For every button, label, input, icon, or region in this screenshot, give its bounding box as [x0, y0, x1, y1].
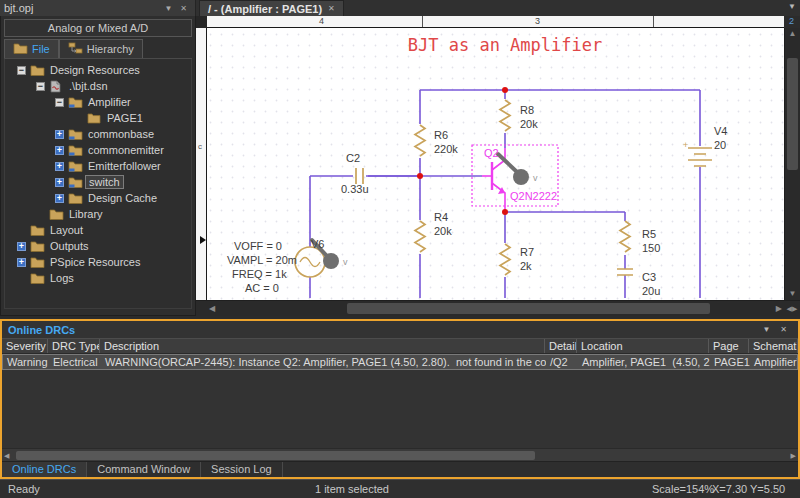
tree-item-outputs[interactable]: +Outputs — [5, 238, 191, 254]
folder-icon — [30, 240, 46, 252]
status-ready: Ready — [8, 483, 40, 495]
bottom-tab-online-drcs[interactable]: Online DRCs — [2, 462, 87, 477]
tree-item-label: switch — [85, 175, 124, 189]
tree-item-label: Design Cache — [88, 192, 157, 204]
drc-cell: Amplifier\ — [750, 355, 797, 369]
hscroll-thumb[interactable] — [347, 303, 710, 314]
ruler-position-marker — [200, 236, 206, 244]
vertical-scrollbar[interactable]: ▲ ▼ — [784, 28, 800, 300]
v4-val: 20 — [714, 139, 726, 151]
tree-item-page1[interactable]: PAGE1 — [5, 110, 191, 126]
schematic-page[interactable]: BJT as an AmplifierR6220kR820kC20.33uR42… — [207, 28, 784, 300]
probe2-label: v — [343, 257, 348, 267]
collapse-icon[interactable]: − — [36, 82, 45, 91]
drc-cell: /Q2 — [546, 355, 578, 369]
tree-item-design-cache[interactable]: +Design Cache — [5, 190, 191, 206]
scroll-up-icon[interactable]: ▲ — [789, 28, 797, 40]
expand-icon[interactable]: + — [17, 258, 26, 267]
tree-item-commonemitter[interactable]: +commonemitter — [5, 142, 191, 158]
drc-col-description[interactable]: Description — [100, 339, 545, 353]
tab-amplifier-page1[interactable]: / - (Amplifier : PAGE1) ✕ — [199, 0, 344, 16]
drc-warning-row[interactable]: WarningElectricalWARNING(ORCAP-2445): In… — [2, 354, 798, 370]
folder-icon — [30, 64, 46, 76]
drc-col-severity[interactable]: Severity — [2, 339, 48, 353]
drc-close-icon[interactable]: ✕ — [775, 325, 792, 334]
schfolder-icon — [68, 128, 84, 140]
tree-item-design-resources[interactable]: −Design Resources — [5, 62, 191, 78]
project-panel-tabs: FileHierarchy — [4, 39, 192, 59]
doc-tab-label: / - (Amplifier : PAGE1) — [208, 3, 322, 15]
tree-item-layout[interactable]: Layout — [5, 222, 191, 238]
project-window-titlebar[interactable]: bjt.opj ▼ ✕ — [0, 0, 196, 16]
tree-item-emitterfollower[interactable]: +Emitterfollower — [5, 158, 191, 174]
tree-item-label: commonbase — [88, 128, 154, 140]
v6-ac: AC = 0 — [245, 282, 279, 294]
v6-freq: FREQ = 1k — [232, 268, 287, 280]
scroll-down-icon[interactable]: ▼ — [789, 288, 797, 300]
scroll-left-icon[interactable]: ◀ — [209, 301, 215, 317]
tabstrip-menu-icon[interactable]: ▼ — [788, 2, 796, 11]
drc-collapse-icon[interactable]: ▼ — [757, 325, 775, 334]
bottom-tab-session-log[interactable]: Session Log — [201, 462, 283, 477]
scroll-right-icon[interactable]: ▶ — [776, 301, 782, 317]
horizontal-scrollbar[interactable]: ◀ ▶ — [207, 301, 784, 316]
drc-panel-title: Online DRCs — [8, 324, 757, 336]
c2-val: 0.33u — [341, 183, 369, 195]
v6-ref: V6 — [311, 238, 324, 250]
project-tree: −Design Resources−.\bjt.dsn−AmplifierPAG… — [4, 59, 192, 309]
status-selection: 1 item selected — [315, 483, 389, 495]
drc-scroll-thumb[interactable] — [16, 451, 535, 460]
expand-icon[interactable]: + — [55, 162, 64, 171]
folder-icon — [30, 256, 46, 268]
drc-col-schematic[interactable]: Schematic — [749, 339, 798, 353]
collapse-icon[interactable]: − — [55, 98, 64, 107]
expand-icon[interactable]: + — [55, 146, 64, 155]
panel-tab-file[interactable]: File — [4, 39, 59, 58]
pan-corner-icons[interactable]: ◀▶ — [784, 301, 800, 316]
c2-ref: C2 — [346, 152, 360, 164]
project-close-icon[interactable]: ✕ — [176, 4, 191, 13]
v6-voff: VOFF = 0 — [234, 240, 282, 252]
analysis-mode-header: Analog or Mixed A/D — [4, 19, 192, 37]
drc-scrollbar[interactable]: ◀ ▶ — [2, 448, 798, 461]
doc-tab-close-icon[interactable]: ✕ — [328, 4, 335, 13]
expand-icon[interactable]: + — [55, 194, 64, 203]
r4-val: 20k — [434, 225, 452, 237]
project-minimize-icon[interactable]: ▼ — [160, 4, 176, 13]
drc-col-detail[interactable]: Detail — [545, 339, 577, 353]
schfolder-icon — [68, 144, 84, 156]
tree-item--bjt-dsn[interactable]: −.\bjt.dsn — [5, 78, 191, 94]
tree-item-pspice-resources[interactable]: +PSpice Resources — [5, 254, 191, 270]
tree-item-commonbase[interactable]: +commonbase — [5, 126, 191, 142]
tree-item-amplifier[interactable]: −Amplifier — [5, 94, 191, 110]
tree-item-library[interactable]: Library — [5, 206, 191, 222]
ruler-letter: c — [198, 142, 202, 151]
panel-tab-hierarchy[interactable]: Hierarchy — [59, 39, 143, 58]
collapse-icon[interactable]: − — [17, 66, 26, 75]
drc-scroll-left-icon[interactable]: ◀ — [4, 449, 9, 462]
v4-ref: V4 — [714, 125, 727, 137]
tree-item-switch[interactable]: +switch — [5, 174, 191, 190]
expand-icon[interactable]: + — [55, 130, 64, 139]
expand-icon[interactable]: + — [17, 242, 26, 251]
probe1-label: v — [533, 173, 538, 183]
tree-item-label: Emitterfollower — [88, 160, 161, 172]
drc-table-header[interactable]: SeverityDRC TypeDescriptionDetailLocatio… — [2, 338, 798, 354]
page-icon — [87, 113, 103, 124]
sch-title: BJT as an Amplifier — [408, 35, 602, 55]
schematic-canvas: BJT as an AmplifierR6220kR820kC20.33uR42… — [207, 28, 784, 300]
drc-col-page[interactable]: Page — [709, 339, 749, 353]
bottom-tab-command-window[interactable]: Command Window — [87, 462, 201, 477]
vscroll-thumb[interactable] — [787, 58, 798, 170]
drc-empty-area — [2, 370, 798, 448]
drc-col-drc-type[interactable]: DRC Type — [48, 339, 100, 353]
drc-cell: PAGE1 — [710, 355, 750, 369]
expand-icon[interactable]: + — [55, 178, 64, 187]
drc-scroll-right-icon[interactable]: ▶ — [791, 449, 796, 462]
tree-item-logs[interactable]: Logs — [5, 270, 191, 286]
folder-icon — [13, 42, 28, 56]
drc-col-location[interactable]: Location — [577, 339, 709, 353]
status-scale: Scale=154% — [652, 483, 714, 495]
tree-item-label: PSpice Resources — [50, 256, 141, 268]
drc-bottom-tabs: Online DRCsCommand WindowSession Log — [2, 461, 798, 477]
